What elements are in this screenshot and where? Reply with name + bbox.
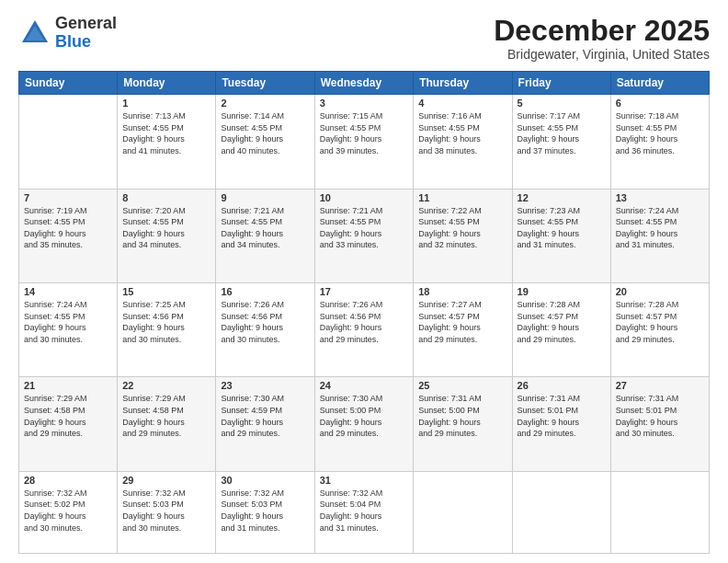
calendar-cell: 13Sunrise: 7:24 AM Sunset: 4:55 PM Dayli… bbox=[610, 189, 709, 282]
calendar-cell: 24Sunrise: 7:30 AM Sunset: 5:00 PM Dayli… bbox=[314, 377, 414, 471]
calendar-header-cell: Saturday bbox=[610, 72, 709, 95]
day-info: Sunrise: 7:25 AM Sunset: 4:56 PM Dayligh… bbox=[122, 299, 210, 345]
day-number: 30 bbox=[221, 475, 309, 486]
calendar-cell bbox=[414, 471, 512, 553]
day-info: Sunrise: 7:32 AM Sunset: 5:03 PM Dayligh… bbox=[122, 488, 210, 534]
day-info: Sunrise: 7:21 AM Sunset: 4:55 PM Dayligh… bbox=[320, 205, 409, 251]
calendar-body: 1Sunrise: 7:13 AM Sunset: 4:55 PM Daylig… bbox=[19, 95, 710, 554]
day-number: 19 bbox=[518, 286, 606, 297]
day-number: 25 bbox=[418, 380, 506, 391]
day-info: Sunrise: 7:21 AM Sunset: 4:55 PM Dayligh… bbox=[221, 205, 309, 251]
calendar-cell: 17Sunrise: 7:26 AM Sunset: 4:56 PM Dayli… bbox=[314, 283, 414, 377]
calendar-week-row: 7Sunrise: 7:19 AM Sunset: 4:55 PM Daylig… bbox=[19, 189, 710, 282]
day-number: 31 bbox=[320, 475, 409, 486]
calendar-header-cell: Tuesday bbox=[216, 72, 314, 95]
day-number: 7 bbox=[24, 192, 112, 203]
day-number: 17 bbox=[320, 286, 409, 297]
calendar-cell: 2Sunrise: 7:14 AM Sunset: 4:55 PM Daylig… bbox=[216, 95, 314, 189]
calendar-header-cell: Wednesday bbox=[314, 72, 414, 95]
day-info: Sunrise: 7:17 AM Sunset: 4:55 PM Dayligh… bbox=[518, 110, 606, 156]
day-info: Sunrise: 7:24 AM Sunset: 4:55 PM Dayligh… bbox=[24, 299, 112, 345]
calendar-cell: 31Sunrise: 7:32 AM Sunset: 5:04 PM Dayli… bbox=[314, 471, 414, 553]
calendar: SundayMondayTuesdayWednesdayThursdayFrid… bbox=[18, 71, 710, 554]
calendar-cell bbox=[512, 471, 610, 553]
calendar-cell: 8Sunrise: 7:20 AM Sunset: 4:55 PM Daylig… bbox=[118, 189, 216, 282]
calendar-header-cell: Friday bbox=[512, 72, 610, 95]
day-info: Sunrise: 7:14 AM Sunset: 4:55 PM Dayligh… bbox=[221, 110, 309, 156]
day-info: Sunrise: 7:32 AM Sunset: 5:02 PM Dayligh… bbox=[24, 488, 112, 534]
calendar-week-row: 21Sunrise: 7:29 AM Sunset: 4:58 PM Dayli… bbox=[19, 377, 710, 471]
logo-general: General bbox=[55, 14, 117, 32]
calendar-header-cell: Thursday bbox=[414, 72, 512, 95]
calendar-week-row: 1Sunrise: 7:13 AM Sunset: 4:55 PM Daylig… bbox=[19, 95, 710, 189]
day-info: Sunrise: 7:31 AM Sunset: 5:01 PM Dayligh… bbox=[518, 393, 606, 439]
calendar-cell: 28Sunrise: 7:32 AM Sunset: 5:02 PM Dayli… bbox=[19, 471, 118, 553]
day-info: Sunrise: 7:30 AM Sunset: 4:59 PM Dayligh… bbox=[221, 393, 309, 439]
location: Bridgewater, Virginia, United States bbox=[494, 47, 710, 62]
day-info: Sunrise: 7:31 AM Sunset: 5:01 PM Dayligh… bbox=[616, 393, 704, 439]
calendar-cell: 21Sunrise: 7:29 AM Sunset: 4:58 PM Dayli… bbox=[19, 377, 118, 471]
calendar-cell: 1Sunrise: 7:13 AM Sunset: 4:55 PM Daylig… bbox=[118, 95, 216, 189]
calendar-cell: 20Sunrise: 7:28 AM Sunset: 4:57 PM Dayli… bbox=[610, 283, 709, 377]
day-info: Sunrise: 7:27 AM Sunset: 4:57 PM Dayligh… bbox=[418, 299, 506, 345]
day-number: 29 bbox=[122, 475, 210, 486]
logo-text: General Blue bbox=[55, 15, 117, 52]
header: General Blue December 2025 Bridgewater, … bbox=[18, 15, 710, 62]
day-number: 9 bbox=[221, 192, 309, 203]
day-number: 28 bbox=[24, 475, 112, 486]
title-block: December 2025 Bridgewater, Virginia, Uni… bbox=[494, 15, 710, 62]
day-info: Sunrise: 7:20 AM Sunset: 4:55 PM Dayligh… bbox=[122, 205, 210, 251]
calendar-cell: 19Sunrise: 7:28 AM Sunset: 4:57 PM Dayli… bbox=[512, 283, 610, 377]
calendar-cell: 29Sunrise: 7:32 AM Sunset: 5:03 PM Dayli… bbox=[118, 471, 216, 553]
day-info: Sunrise: 7:19 AM Sunset: 4:55 PM Dayligh… bbox=[24, 205, 112, 251]
day-info: Sunrise: 7:28 AM Sunset: 4:57 PM Dayligh… bbox=[616, 299, 704, 345]
day-number: 15 bbox=[122, 286, 210, 297]
logo: General Blue bbox=[18, 15, 117, 52]
logo-blue: Blue bbox=[55, 32, 91, 51]
day-info: Sunrise: 7:29 AM Sunset: 4:58 PM Dayligh… bbox=[122, 393, 210, 439]
calendar-cell: 12Sunrise: 7:23 AM Sunset: 4:55 PM Dayli… bbox=[512, 189, 610, 282]
day-number: 10 bbox=[320, 192, 409, 203]
calendar-cell: 10Sunrise: 7:21 AM Sunset: 4:55 PM Dayli… bbox=[314, 189, 414, 282]
logo-icon bbox=[18, 17, 51, 50]
day-info: Sunrise: 7:28 AM Sunset: 4:57 PM Dayligh… bbox=[518, 299, 606, 345]
calendar-cell: 25Sunrise: 7:31 AM Sunset: 5:00 PM Dayli… bbox=[414, 377, 512, 471]
calendar-cell: 7Sunrise: 7:19 AM Sunset: 4:55 PM Daylig… bbox=[19, 189, 118, 282]
day-number: 13 bbox=[616, 192, 704, 203]
calendar-cell: 15Sunrise: 7:25 AM Sunset: 4:56 PM Dayli… bbox=[118, 283, 216, 377]
calendar-week-row: 28Sunrise: 7:32 AM Sunset: 5:02 PM Dayli… bbox=[19, 471, 710, 553]
day-info: Sunrise: 7:32 AM Sunset: 5:04 PM Dayligh… bbox=[320, 488, 409, 534]
day-number: 14 bbox=[24, 286, 112, 297]
calendar-cell: 4Sunrise: 7:16 AM Sunset: 4:55 PM Daylig… bbox=[414, 95, 512, 189]
day-number: 20 bbox=[616, 286, 704, 297]
day-number: 2 bbox=[221, 98, 309, 109]
calendar-header-cell: Sunday bbox=[19, 72, 118, 95]
day-info: Sunrise: 7:15 AM Sunset: 4:55 PM Dayligh… bbox=[320, 110, 409, 156]
day-number: 11 bbox=[418, 192, 506, 203]
day-number: 4 bbox=[418, 98, 506, 109]
day-number: 27 bbox=[616, 380, 704, 391]
day-number: 6 bbox=[616, 98, 704, 109]
calendar-cell: 18Sunrise: 7:27 AM Sunset: 4:57 PM Dayli… bbox=[414, 283, 512, 377]
day-number: 5 bbox=[518, 98, 606, 109]
calendar-cell: 16Sunrise: 7:26 AM Sunset: 4:56 PM Dayli… bbox=[216, 283, 314, 377]
day-info: Sunrise: 7:29 AM Sunset: 4:58 PM Dayligh… bbox=[24, 393, 112, 439]
calendar-cell: 11Sunrise: 7:22 AM Sunset: 4:55 PM Dayli… bbox=[414, 189, 512, 282]
day-number: 3 bbox=[320, 98, 409, 109]
day-info: Sunrise: 7:30 AM Sunset: 5:00 PM Dayligh… bbox=[320, 393, 409, 439]
calendar-cell: 27Sunrise: 7:31 AM Sunset: 5:01 PM Dayli… bbox=[610, 377, 709, 471]
calendar-cell: 9Sunrise: 7:21 AM Sunset: 4:55 PM Daylig… bbox=[216, 189, 314, 282]
calendar-cell: 23Sunrise: 7:30 AM Sunset: 4:59 PM Dayli… bbox=[216, 377, 314, 471]
month-title: December 2025 bbox=[494, 15, 710, 47]
day-number: 18 bbox=[418, 286, 506, 297]
calendar-cell: 3Sunrise: 7:15 AM Sunset: 4:55 PM Daylig… bbox=[314, 95, 414, 189]
day-info: Sunrise: 7:13 AM Sunset: 4:55 PM Dayligh… bbox=[122, 110, 210, 156]
day-info: Sunrise: 7:23 AM Sunset: 4:55 PM Dayligh… bbox=[518, 205, 606, 251]
day-number: 24 bbox=[320, 380, 409, 391]
day-number: 16 bbox=[221, 286, 309, 297]
calendar-week-row: 14Sunrise: 7:24 AM Sunset: 4:55 PM Dayli… bbox=[19, 283, 710, 377]
day-number: 22 bbox=[122, 380, 210, 391]
day-info: Sunrise: 7:26 AM Sunset: 4:56 PM Dayligh… bbox=[221, 299, 309, 345]
calendar-cell: 30Sunrise: 7:32 AM Sunset: 5:03 PM Dayli… bbox=[216, 471, 314, 553]
day-number: 23 bbox=[221, 380, 309, 391]
